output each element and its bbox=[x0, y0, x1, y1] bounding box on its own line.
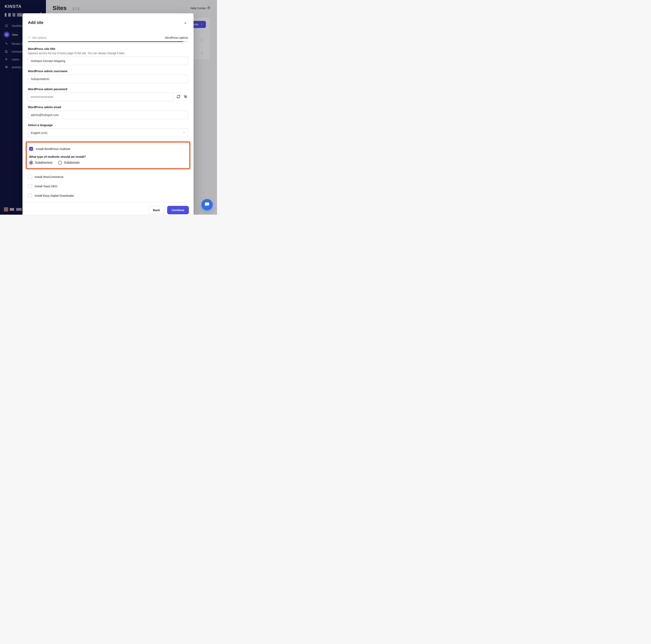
checkbox-edd[interactable] bbox=[28, 193, 32, 197]
continue-button[interactable]: Continue bbox=[167, 206, 189, 214]
multisite-highlight-box: Install WordPress multisite What type of… bbox=[26, 141, 190, 169]
multisite-type-radios: Subdirectory Subdomain bbox=[29, 161, 187, 164]
label-admin-email: WordPress admin email bbox=[28, 105, 188, 109]
intercom-launcher[interactable] bbox=[202, 199, 213, 210]
label-admin-username: WordPress admin username bbox=[28, 69, 188, 73]
field-admin-email: WordPress admin email bbox=[28, 105, 188, 119]
checkbox-edd-label: Install Easy Digital Downloads bbox=[35, 194, 74, 197]
copy-icon bbox=[184, 95, 187, 99]
field-admin-password: WordPress admin password bbox=[28, 87, 188, 101]
step-current-label: WordPress options bbox=[165, 36, 188, 39]
checkbox-woocommerce[interactable] bbox=[28, 175, 32, 179]
checkbox-woocommerce-label: Install WooCommerce bbox=[35, 175, 63, 179]
modal-header: Add site bbox=[23, 13, 193, 28]
checkbox-multisite-row[interactable]: Install WordPress multisite bbox=[29, 145, 187, 152]
field-site-title: WordPress site title Appears across the … bbox=[28, 47, 188, 65]
checkbox-edd-row[interactable]: Install Easy Digital Downloads bbox=[28, 191, 188, 200]
check-icon bbox=[28, 36, 30, 39]
modal-footer: Back Continue bbox=[23, 202, 193, 215]
radio-subdomain-label: Subdomain bbox=[64, 161, 80, 164]
checkbox-woocommerce-row[interactable]: Install WooCommerce bbox=[28, 172, 188, 181]
checkbox-yoast[interactable] bbox=[28, 184, 32, 188]
input-admin-email[interactable] bbox=[28, 111, 188, 119]
radio-subdirectory[interactable]: Subdirectory bbox=[29, 161, 53, 164]
field-language: Select a language English (US) bbox=[28, 123, 188, 137]
add-site-modal: Add site Site options WordPress options … bbox=[23, 13, 193, 215]
radio-subdirectory-label: Subdirectory bbox=[35, 161, 53, 164]
multisite-type-question: What type of multisite should we install… bbox=[29, 155, 187, 158]
checkbox-multisite[interactable] bbox=[29, 147, 33, 151]
hint-site-title: Appears across the top of every page of … bbox=[28, 52, 188, 55]
label-admin-password: WordPress admin password bbox=[28, 87, 188, 91]
input-admin-password[interactable] bbox=[28, 93, 174, 101]
back-button[interactable]: Back bbox=[148, 206, 164, 214]
regenerate-password-button[interactable] bbox=[176, 94, 181, 99]
label-language: Select a language bbox=[28, 123, 188, 127]
checkbox-multisite-label: Install WordPress multisite bbox=[36, 147, 70, 151]
select-language[interactable]: English (US) bbox=[28, 129, 188, 137]
radio-subdomain[interactable]: Subdomain bbox=[58, 161, 80, 164]
close-icon bbox=[184, 22, 187, 25]
checkbox-yoast-label: Install Yoast SEO bbox=[35, 185, 57, 188]
close-button[interactable] bbox=[183, 20, 188, 27]
intercom-icon bbox=[204, 202, 210, 208]
modal-body: WordPress site title Appears across the … bbox=[23, 42, 193, 202]
field-admin-username: WordPress admin username bbox=[28, 69, 188, 83]
modal-title: Add site bbox=[28, 20, 43, 25]
stepper: Site options WordPress options bbox=[23, 28, 193, 40]
checkbox-yoast-row[interactable]: Install Yoast SEO bbox=[28, 181, 188, 191]
input-site-title[interactable] bbox=[28, 57, 188, 65]
label-site-title: WordPress site title bbox=[28, 47, 188, 51]
input-admin-username[interactable] bbox=[28, 75, 188, 83]
step-completed-label: Site options bbox=[32, 36, 46, 39]
copy-password-button[interactable] bbox=[183, 94, 188, 99]
refresh-icon bbox=[177, 95, 181, 99]
step-completed: Site options bbox=[28, 36, 46, 39]
